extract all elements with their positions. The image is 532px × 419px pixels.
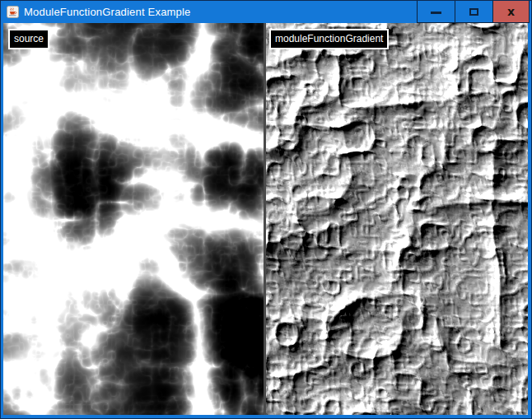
minimize-icon bbox=[431, 12, 441, 14]
titlebar[interactable]: ModuleFunctionGradient Example x bbox=[0, 0, 532, 23]
window-controls: x bbox=[417, 0, 530, 23]
module-function-gradient-label: moduleFunctionGradient bbox=[269, 29, 389, 49]
app-window: ModuleFunctionGradient Example x source … bbox=[0, 0, 532, 419]
maximize-button[interactable] bbox=[455, 0, 493, 23]
maximize-icon bbox=[469, 8, 478, 16]
source-panel: source bbox=[3, 23, 264, 415]
close-button[interactable]: x bbox=[492, 0, 530, 23]
content-area: source moduleFunctionGradient bbox=[3, 23, 528, 415]
source-image bbox=[3, 23, 264, 415]
close-icon: x bbox=[507, 6, 515, 17]
module-function-gradient-image bbox=[266, 23, 528, 415]
source-label: source bbox=[8, 29, 49, 49]
module-function-gradient-panel: moduleFunctionGradient bbox=[266, 23, 528, 415]
minimize-button[interactable] bbox=[417, 0, 455, 23]
java-coffee-cup-icon bbox=[7, 6, 19, 18]
window-title: ModuleFunctionGradient Example bbox=[24, 6, 191, 18]
